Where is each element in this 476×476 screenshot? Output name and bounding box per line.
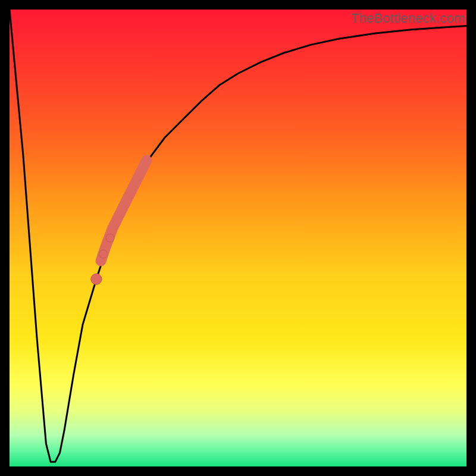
bottleneck-chart: TheBottleneck.com	[0, 0, 476, 476]
marker-capsule	[101, 160, 147, 261]
curve-layer	[10, 10, 466, 466]
watermark-text: TheBottleneck.com	[351, 11, 465, 26]
marker-dot	[106, 234, 114, 242]
marker-dot	[99, 250, 107, 258]
marker-dot	[91, 274, 102, 284]
bottleneck-curve	[10, 10, 466, 462]
